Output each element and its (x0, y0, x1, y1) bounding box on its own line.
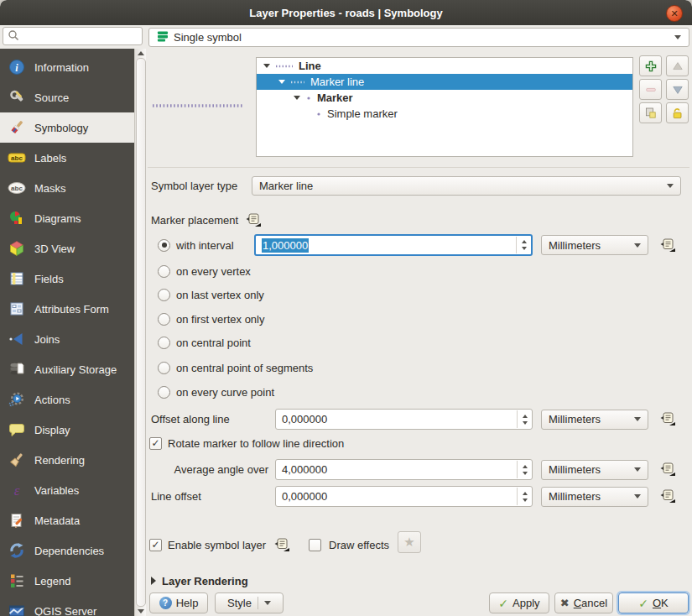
single-symbol-icon (157, 30, 169, 45)
star-icon: ★ (403, 535, 414, 550)
radio-icon[interactable] (158, 313, 170, 326)
sidebar-item-symbology[interactable]: Symbology (0, 112, 134, 143)
sidebar-item-fields[interactable]: Fields (0, 264, 134, 294)
radio-icon[interactable] (158, 289, 170, 301)
dotted-line-icon (275, 63, 294, 70)
sidebar-item-joins[interactable]: Joins (0, 324, 134, 354)
auxiliary-storage-icon (8, 361, 26, 378)
header-row: Single symbol (0, 25, 692, 49)
sidebar-item-labels[interactable]: abc Labels (0, 143, 134, 173)
x-icon: ✖ (560, 597, 570, 609)
sidebar-scrollbar[interactable] (134, 49, 146, 616)
data-defined-override-icon[interactable] (273, 538, 290, 552)
rotate-marker-checkbox[interactable] (149, 437, 162, 450)
offset-along-line-input[interactable]: 0,000000 (275, 409, 533, 430)
spinner-arrows[interactable] (517, 410, 532, 428)
data-defined-override-icon[interactable] (659, 238, 676, 253)
scroll-down-icon[interactable] (138, 609, 144, 613)
data-defined-override-icon[interactable] (659, 489, 676, 504)
average-angle-unit-select[interactable]: Millimeters (541, 460, 648, 480)
tree-row-marker[interactable]: Marker (257, 90, 632, 106)
search-box[interactable] (3, 27, 143, 45)
interval-value: 1,000000 (262, 238, 309, 253)
on-every-vertex-radio-row[interactable]: on every vertex (158, 264, 251, 278)
offset-along-line-label: Offset along line (151, 413, 230, 425)
tree-row-marker-line[interactable]: Marker line (257, 74, 632, 90)
spinner-arrows[interactable] (517, 488, 532, 505)
offset-unit-select[interactable]: Millimeters (541, 410, 648, 430)
lock-color-button[interactable] (666, 102, 689, 123)
duplicate-symbol-layer-button[interactable] (639, 102, 662, 123)
sidebar-item-attributes-form[interactable]: Attributes Form (0, 294, 134, 324)
expand-caret-icon[interactable] (294, 96, 300, 100)
sidebar-item-masks[interactable]: abc Masks (0, 173, 134, 203)
spinner-arrows[interactable] (517, 461, 532, 478)
rotate-marker-row[interactable]: Rotate marker to follow line direction (149, 436, 344, 450)
variables-icon: ε (8, 482, 26, 499)
sidebar-item-source[interactable]: Source (0, 82, 134, 112)
sidebar-item-information[interactable]: i Information (0, 52, 134, 82)
effects-options-button[interactable]: ★ (398, 531, 421, 553)
with-interval-label: with interval (176, 239, 234, 252)
on-central-point-radio-row[interactable]: on central point (158, 336, 251, 349)
spinner-arrows[interactable] (516, 237, 531, 253)
line-offset-input[interactable]: 0,000000 (275, 486, 533, 507)
scrollbar-thumb[interactable] (136, 58, 146, 607)
sidebar-item-qgis-server[interactable]: QGIS Server (0, 596, 134, 616)
enable-symbol-layer-checkbox[interactable] (149, 539, 162, 551)
minus-icon (644, 83, 658, 97)
radio-icon[interactable] (158, 337, 170, 349)
search-icon (8, 29, 19, 44)
renderer-value: Single symbol (174, 31, 242, 44)
tree-row-line[interactable]: Line (257, 58, 632, 74)
line-offset-unit-select[interactable]: Millimeters (541, 487, 648, 507)
move-down-button[interactable] (666, 79, 689, 100)
expand-caret-icon[interactable] (263, 64, 270, 68)
sidebar-item-rendering[interactable]: Rendering (0, 445, 134, 475)
data-defined-override-icon[interactable] (245, 213, 262, 227)
tree-row-simple-marker[interactable]: Simple marker (257, 106, 632, 122)
ok-button[interactable]: ✓ OK (618, 593, 689, 613)
radio-icon[interactable] (158, 386, 170, 399)
sidebar-item-actions[interactable]: Actions (0, 384, 134, 415)
tree-item-label: Simple marker (327, 107, 398, 120)
sidebar-item-legend[interactable]: Legend (0, 566, 134, 596)
help-button[interactable]: ? Help (149, 593, 208, 613)
search-input[interactable] (19, 29, 142, 44)
sidebar-item-variables[interactable]: ε Variables (0, 475, 134, 505)
data-defined-override-icon[interactable] (659, 462, 676, 477)
interval-input[interactable]: 1,000000 (254, 234, 533, 256)
cancel-button[interactable]: ✖ Cancel (554, 593, 613, 613)
on-last-vertex-only-radio-row[interactable]: on last vertex only (158, 288, 264, 301)
apply-button[interactable]: ✓ Apply (489, 593, 549, 613)
expand-caret-icon[interactable] (278, 80, 285, 84)
add-symbol-layer-button[interactable] (639, 55, 662, 76)
sidebar-item-dependencies[interactable]: Dependencies (0, 535, 134, 566)
interval-unit-select[interactable]: Millimeters (541, 235, 648, 255)
on-central-point-of-segments-radio-row[interactable]: on central point of segments (158, 361, 313, 374)
with-interval-radio[interactable] (158, 239, 170, 252)
sidebar-item-3d-view[interactable]: 3D View (0, 233, 134, 264)
move-up-button[interactable] (666, 55, 689, 76)
chevron-down-icon (264, 601, 271, 605)
on-every-curve-point-radio-row[interactable]: on every curve point (158, 385, 274, 399)
draw-effects-checkbox[interactable] (309, 539, 321, 551)
radio-icon[interactable] (158, 362, 170, 374)
scroll-up-icon[interactable] (138, 51, 144, 55)
data-defined-override-icon[interactable] (659, 412, 676, 426)
on-first-vertex-only-radio-row[interactable]: on first vertex only (158, 312, 265, 326)
close-icon[interactable]: ✕ (666, 5, 683, 22)
average-angle-input[interactable]: 4,000000 (275, 459, 533, 480)
remove-symbol-layer-button[interactable] (639, 79, 662, 100)
sidebar-item-diagrams[interactable]: Diagrams (0, 203, 134, 233)
radio-icon[interactable] (158, 265, 170, 278)
sidebar-item-display[interactable]: Display (0, 415, 134, 445)
style-button[interactable]: Style (215, 593, 284, 613)
renderer-select[interactable]: Single symbol (148, 28, 689, 47)
symbol-layer-type-select[interactable]: Marker line (252, 176, 681, 196)
sidebar-item-auxiliary-storage[interactable]: Auxiliary Storage (0, 354, 134, 384)
sidebar-item-metadata[interactable]: Metadata (0, 505, 134, 535)
tree-item-label: Marker (317, 91, 353, 104)
duplicate-icon (644, 107, 658, 120)
layer-rendering-expander[interactable]: Layer Rendering (151, 574, 248, 587)
